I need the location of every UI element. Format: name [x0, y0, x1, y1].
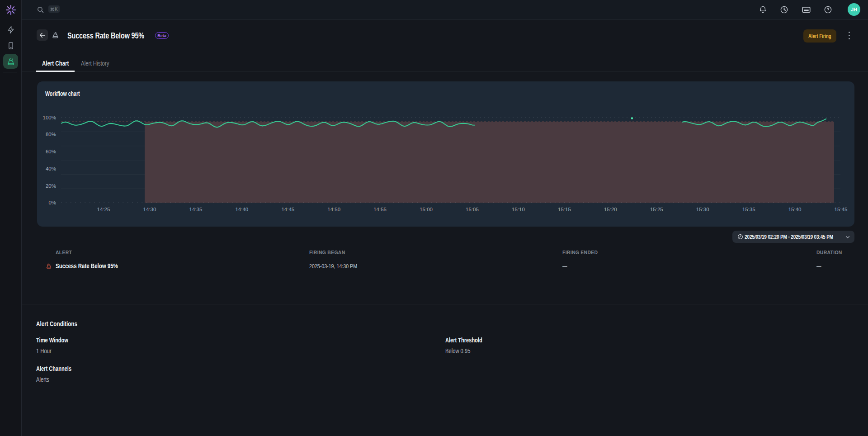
- svg-text:14:55: 14:55: [373, 207, 387, 212]
- svg-text:15:35: 15:35: [742, 207, 755, 212]
- svg-text:15:00: 15:00: [420, 207, 433, 212]
- svg-text:40%: 40%: [46, 166, 56, 171]
- svg-text:14:45: 14:45: [281, 207, 294, 212]
- svg-text:14:25: 14:25: [97, 207, 110, 212]
- svg-text:100%: 100%: [43, 115, 56, 120]
- svg-text:80%: 80%: [46, 132, 56, 137]
- svg-text:15:25: 15:25: [650, 207, 663, 212]
- svg-text:14:40: 14:40: [235, 207, 248, 212]
- svg-text:15:20: 15:20: [604, 207, 617, 212]
- svg-text:15:15: 15:15: [558, 207, 571, 212]
- svg-text:15:45: 15:45: [835, 207, 848, 212]
- svg-text:60%: 60%: [46, 149, 56, 154]
- svg-text:15:10: 15:10: [512, 207, 525, 212]
- svg-text:14:35: 14:35: [189, 207, 203, 212]
- svg-text:0%: 0%: [48, 200, 56, 205]
- svg-text:15:40: 15:40: [788, 207, 802, 212]
- svg-text:14:30: 14:30: [143, 207, 156, 212]
- svg-text:15:30: 15:30: [696, 207, 709, 212]
- svg-text:20%: 20%: [46, 183, 56, 189]
- svg-text:15:05: 15:05: [466, 207, 479, 212]
- svg-text:14:50: 14:50: [327, 207, 340, 212]
